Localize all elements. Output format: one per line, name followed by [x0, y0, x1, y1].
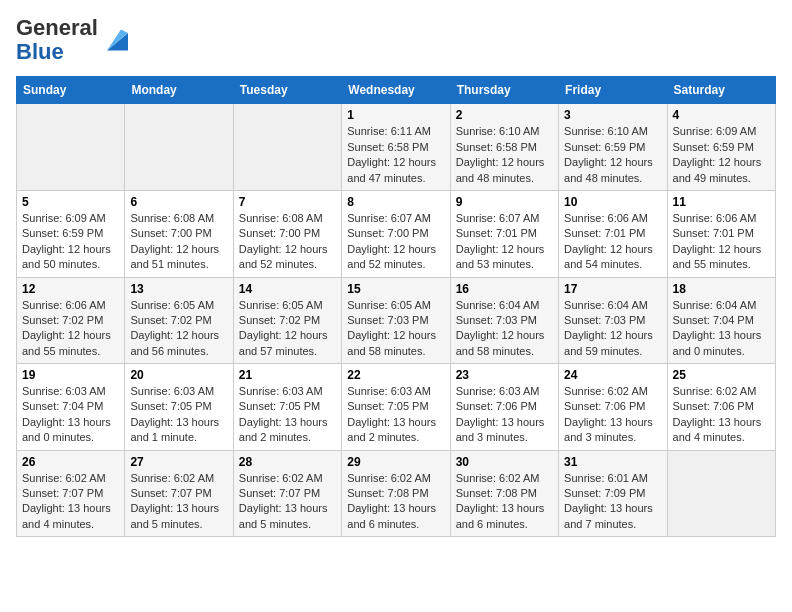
calendar-cell: 21Sunrise: 6:03 AM Sunset: 7:05 PM Dayli…	[233, 364, 341, 451]
calendar-cell: 10Sunrise: 6:06 AM Sunset: 7:01 PM Dayli…	[559, 190, 667, 277]
calendar-cell: 29Sunrise: 6:02 AM Sunset: 7:08 PM Dayli…	[342, 450, 450, 537]
calendar-cell: 16Sunrise: 6:04 AM Sunset: 7:03 PM Dayli…	[450, 277, 558, 364]
logo-blue-text: Blue	[16, 39, 64, 64]
day-info: Sunrise: 6:02 AM Sunset: 7:06 PM Dayligh…	[564, 384, 661, 446]
day-number: 4	[673, 108, 770, 122]
calendar-cell: 24Sunrise: 6:02 AM Sunset: 7:06 PM Dayli…	[559, 364, 667, 451]
day-info: Sunrise: 6:03 AM Sunset: 7:05 PM Dayligh…	[347, 384, 444, 446]
day-info: Sunrise: 6:05 AM Sunset: 7:02 PM Dayligh…	[130, 298, 227, 360]
day-info: Sunrise: 6:04 AM Sunset: 7:03 PM Dayligh…	[564, 298, 661, 360]
day-info: Sunrise: 6:02 AM Sunset: 7:07 PM Dayligh…	[130, 471, 227, 533]
calendar-week-row: 5Sunrise: 6:09 AM Sunset: 6:59 PM Daylig…	[17, 190, 776, 277]
calendar-week-row: 19Sunrise: 6:03 AM Sunset: 7:04 PM Dayli…	[17, 364, 776, 451]
day-number: 21	[239, 368, 336, 382]
day-info: Sunrise: 6:01 AM Sunset: 7:09 PM Dayligh…	[564, 471, 661, 533]
calendar-cell: 13Sunrise: 6:05 AM Sunset: 7:02 PM Dayli…	[125, 277, 233, 364]
logo-icon	[100, 26, 128, 54]
day-info: Sunrise: 6:06 AM Sunset: 7:01 PM Dayligh…	[564, 211, 661, 273]
calendar-cell: 1Sunrise: 6:11 AM Sunset: 6:58 PM Daylig…	[342, 104, 450, 191]
day-info: Sunrise: 6:02 AM Sunset: 7:08 PM Dayligh…	[347, 471, 444, 533]
day-number: 5	[22, 195, 119, 209]
column-header-tuesday: Tuesday	[233, 77, 341, 104]
calendar-cell: 15Sunrise: 6:05 AM Sunset: 7:03 PM Dayli…	[342, 277, 450, 364]
day-info: Sunrise: 6:10 AM Sunset: 6:59 PM Dayligh…	[564, 124, 661, 186]
logo-general-text: General	[16, 15, 98, 40]
day-number: 10	[564, 195, 661, 209]
day-number: 31	[564, 455, 661, 469]
calendar-cell: 30Sunrise: 6:02 AM Sunset: 7:08 PM Dayli…	[450, 450, 558, 537]
column-header-saturday: Saturday	[667, 77, 775, 104]
day-info: Sunrise: 6:08 AM Sunset: 7:00 PM Dayligh…	[130, 211, 227, 273]
day-number: 16	[456, 282, 553, 296]
calendar-cell: 28Sunrise: 6:02 AM Sunset: 7:07 PM Dayli…	[233, 450, 341, 537]
page-header: General Blue	[16, 16, 776, 64]
day-info: Sunrise: 6:09 AM Sunset: 6:59 PM Dayligh…	[673, 124, 770, 186]
day-number: 15	[347, 282, 444, 296]
day-info: Sunrise: 6:02 AM Sunset: 7:07 PM Dayligh…	[22, 471, 119, 533]
day-number: 14	[239, 282, 336, 296]
calendar-cell: 4Sunrise: 6:09 AM Sunset: 6:59 PM Daylig…	[667, 104, 775, 191]
day-info: Sunrise: 6:06 AM Sunset: 7:01 PM Dayligh…	[673, 211, 770, 273]
calendar-week-row: 1Sunrise: 6:11 AM Sunset: 6:58 PM Daylig…	[17, 104, 776, 191]
day-info: Sunrise: 6:09 AM Sunset: 6:59 PM Dayligh…	[22, 211, 119, 273]
calendar-cell: 26Sunrise: 6:02 AM Sunset: 7:07 PM Dayli…	[17, 450, 125, 537]
day-info: Sunrise: 6:04 AM Sunset: 7:03 PM Dayligh…	[456, 298, 553, 360]
day-info: Sunrise: 6:11 AM Sunset: 6:58 PM Dayligh…	[347, 124, 444, 186]
logo: General Blue	[16, 16, 128, 64]
day-number: 1	[347, 108, 444, 122]
calendar-cell: 27Sunrise: 6:02 AM Sunset: 7:07 PM Dayli…	[125, 450, 233, 537]
day-info: Sunrise: 6:10 AM Sunset: 6:58 PM Dayligh…	[456, 124, 553, 186]
day-number: 20	[130, 368, 227, 382]
calendar-cell: 22Sunrise: 6:03 AM Sunset: 7:05 PM Dayli…	[342, 364, 450, 451]
column-header-sunday: Sunday	[17, 77, 125, 104]
day-info: Sunrise: 6:03 AM Sunset: 7:04 PM Dayligh…	[22, 384, 119, 446]
day-number: 9	[456, 195, 553, 209]
calendar-cell	[667, 450, 775, 537]
calendar-cell: 6Sunrise: 6:08 AM Sunset: 7:00 PM Daylig…	[125, 190, 233, 277]
day-number: 11	[673, 195, 770, 209]
day-number: 19	[22, 368, 119, 382]
day-number: 13	[130, 282, 227, 296]
day-info: Sunrise: 6:03 AM Sunset: 7:06 PM Dayligh…	[456, 384, 553, 446]
column-header-monday: Monday	[125, 77, 233, 104]
calendar-cell	[17, 104, 125, 191]
calendar-cell: 17Sunrise: 6:04 AM Sunset: 7:03 PM Dayli…	[559, 277, 667, 364]
calendar-cell: 20Sunrise: 6:03 AM Sunset: 7:05 PM Dayli…	[125, 364, 233, 451]
day-number: 30	[456, 455, 553, 469]
day-info: Sunrise: 6:07 AM Sunset: 7:00 PM Dayligh…	[347, 211, 444, 273]
day-info: Sunrise: 6:03 AM Sunset: 7:05 PM Dayligh…	[239, 384, 336, 446]
calendar-cell: 11Sunrise: 6:06 AM Sunset: 7:01 PM Dayli…	[667, 190, 775, 277]
day-number: 25	[673, 368, 770, 382]
calendar-cell: 23Sunrise: 6:03 AM Sunset: 7:06 PM Dayli…	[450, 364, 558, 451]
day-info: Sunrise: 6:05 AM Sunset: 7:03 PM Dayligh…	[347, 298, 444, 360]
day-number: 24	[564, 368, 661, 382]
day-number: 28	[239, 455, 336, 469]
calendar-cell: 25Sunrise: 6:02 AM Sunset: 7:06 PM Dayli…	[667, 364, 775, 451]
day-info: Sunrise: 6:03 AM Sunset: 7:05 PM Dayligh…	[130, 384, 227, 446]
calendar-cell: 31Sunrise: 6:01 AM Sunset: 7:09 PM Dayli…	[559, 450, 667, 537]
day-number: 27	[130, 455, 227, 469]
calendar-table: SundayMondayTuesdayWednesdayThursdayFrid…	[16, 76, 776, 537]
day-number: 18	[673, 282, 770, 296]
calendar-cell: 8Sunrise: 6:07 AM Sunset: 7:00 PM Daylig…	[342, 190, 450, 277]
day-info: Sunrise: 6:06 AM Sunset: 7:02 PM Dayligh…	[22, 298, 119, 360]
day-info: Sunrise: 6:02 AM Sunset: 7:06 PM Dayligh…	[673, 384, 770, 446]
calendar-cell: 5Sunrise: 6:09 AM Sunset: 6:59 PM Daylig…	[17, 190, 125, 277]
day-number: 17	[564, 282, 661, 296]
day-number: 12	[22, 282, 119, 296]
calendar-cell	[125, 104, 233, 191]
calendar-cell: 3Sunrise: 6:10 AM Sunset: 6:59 PM Daylig…	[559, 104, 667, 191]
calendar-header-row: SundayMondayTuesdayWednesdayThursdayFrid…	[17, 77, 776, 104]
column-header-friday: Friday	[559, 77, 667, 104]
column-header-thursday: Thursday	[450, 77, 558, 104]
column-header-wednesday: Wednesday	[342, 77, 450, 104]
day-number: 26	[22, 455, 119, 469]
day-number: 6	[130, 195, 227, 209]
calendar-week-row: 12Sunrise: 6:06 AM Sunset: 7:02 PM Dayli…	[17, 277, 776, 364]
day-number: 29	[347, 455, 444, 469]
day-info: Sunrise: 6:02 AM Sunset: 7:08 PM Dayligh…	[456, 471, 553, 533]
calendar-cell: 2Sunrise: 6:10 AM Sunset: 6:58 PM Daylig…	[450, 104, 558, 191]
day-number: 23	[456, 368, 553, 382]
calendar-cell	[233, 104, 341, 191]
day-info: Sunrise: 6:08 AM Sunset: 7:00 PM Dayligh…	[239, 211, 336, 273]
